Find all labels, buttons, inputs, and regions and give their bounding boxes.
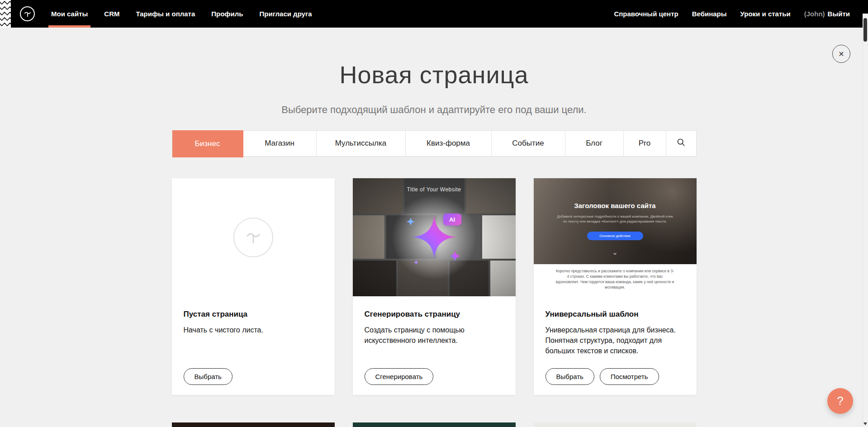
card-description: Создать страницу с помощью искусственног… [365,325,504,346]
template-card-blank-page[interactable]: Пустая страница Начать с чистого листа. … [172,178,335,395]
secondary-menu: Справочный центр Вебинары Уроки и статьи… [614,0,850,28]
nav-my-sites[interactable]: Мои сайты [51,0,88,28]
nav-lessons-articles[interactable]: Уроки и статьи [740,0,791,28]
ai-badge: AI [443,214,461,225]
card-actions: Сгенерировать [365,368,434,385]
close-icon: ✕ [838,50,844,58]
tab-blog[interactable]: Блог [565,131,624,156]
nav-invite-friend[interactable]: Пригласи друга [259,0,312,28]
ai-sparkle-icon [353,178,516,296]
template-card-partial[interactable] [172,422,335,427]
select-blank-button[interactable]: Выбрать [184,368,232,385]
universal-template-preview: Заголовок вашего сайта Добавьте интересн… [534,178,697,296]
template-card-ai-generate[interactable]: Title of Your Website [353,178,516,395]
tab-business[interactable]: Бизнес [172,130,243,157]
tab-quiz-form[interactable]: Квиз-форма [406,131,492,156]
help-button[interactable]: ? [827,388,853,414]
generate-button[interactable]: Сгенерировать [365,368,434,385]
nav-help-center[interactable]: Справочный центр [614,0,678,28]
scrollbar-thumb[interactable] [863,18,867,42]
scrollbar-down-arrow[interactable] [863,422,867,425]
tab-store[interactable]: Магазин [243,131,317,156]
tab-pro[interactable]: Pro [624,131,666,156]
template-card-partial[interactable] [353,422,516,427]
search-icon [677,138,686,149]
logout-label: Выйти [828,10,850,18]
card-title: Универсальный шаблон [545,310,685,319]
page-subtitle: Выберите подходящий шаблон и адаптируйте… [0,104,868,116]
tab-multilink[interactable]: Мультиссылка [317,131,406,156]
blank-page-preview [172,178,335,296]
template-tabs-bar: Бизнес Магазин Мультиссылка Квиз-форма С… [0,130,868,157]
nav-plans-payment[interactable]: Тарифы и оплата [136,0,195,28]
select-universal-button[interactable]: Выбрать [545,368,594,385]
card-title: Пустая страница [184,310,323,319]
question-mark-icon: ? [837,394,843,408]
preview-cta-button: Основное действие [587,232,643,240]
vertical-scrollbar[interactable] [863,0,868,427]
tilda-logo[interactable] [20,6,35,21]
preview-hero-subtitle: Добавьте интересные подробности о вашей … [555,214,675,224]
nav-profile[interactable]: Профиль [211,0,243,28]
username-label: (John) [804,10,825,18]
top-navbar: Мои сайты CRM Тарифы и оплата Профиль Пр… [0,0,868,28]
nav-webinars[interactable]: Вебинары [692,0,727,28]
tilda-zigzag-decoration [0,0,11,28]
preview-universal-button[interactable]: Посмотреть [600,368,659,385]
tab-search[interactable] [666,131,696,156]
page-title: Новая страница [0,61,868,89]
template-cards-row: Пустая страница Начать с чистого листа. … [0,178,868,395]
card-actions: Выбрать [184,368,232,385]
main-menu: Мои сайты CRM Тарифы и оплата Профиль Пр… [51,0,312,28]
template-card-universal[interactable]: Заголовок вашего сайта Добавьте интересн… [534,178,697,395]
card-description: Начать с чистого листа. [184,325,323,335]
ai-preview-collage: Title of Your Website [353,178,516,296]
tilda-logo-watermark [233,218,273,257]
template-card-partial[interactable] [534,422,697,427]
chevron-down-icon: ⌄ [612,249,618,256]
scrollbar-track[interactable] [863,14,868,427]
nav-logout[interactable]: (John) Выйти [804,0,850,28]
close-button[interactable]: ✕ [832,45,850,63]
preview-hero-title: Заголовок вашего сайта [534,202,697,209]
preview-body-text: Коротко представьтесь и расскажите о ком… [534,264,697,296]
card-title: Сгенерировать страницу [365,310,504,319]
tab-event[interactable]: Событие [492,131,565,156]
preview-hero-section: Заголовок вашего сайта Добавьте интересн… [534,178,697,264]
nav-crm[interactable]: CRM [104,0,119,28]
card-description: Универсальная страница для бизнеса. Поня… [545,325,685,356]
card-actions: Выбрать Посмотреть [545,368,659,385]
template-cards-row-partial [0,422,868,427]
